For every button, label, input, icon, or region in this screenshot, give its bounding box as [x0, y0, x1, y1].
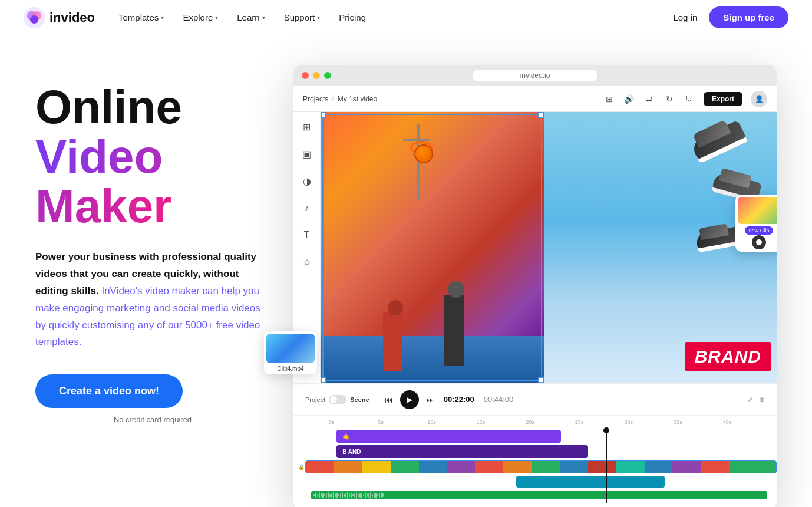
- nav-templates[interactable]: Templates ▾: [118, 12, 164, 22]
- hero-content: Online Video Maker Power your business w…: [35, 71, 270, 424]
- image-icon[interactable]: ▣: [299, 146, 315, 162]
- no-credit-card-text: No credit card required: [35, 415, 270, 424]
- cta-button[interactable]: Create a video now!: [35, 374, 183, 408]
- nav-pricing[interactable]: Pricing: [339, 12, 366, 22]
- track-3-icons: 🔒 👁: [298, 464, 303, 470]
- ruler-0s: 0s: [329, 419, 335, 425]
- audio-icon[interactable]: 🔊: [623, 93, 635, 105]
- player1-head: [448, 281, 464, 298]
- text-icon[interactable]: T: [299, 228, 315, 243]
- track-2-content: B AND: [328, 445, 777, 458]
- music-icon[interactable]: ♪: [299, 200, 315, 216]
- player2-head: [388, 300, 403, 315]
- track-1-bar: 🤙: [336, 430, 561, 443]
- toolbar-actions: ⊞ 🔊 ⇄ ↻ ⛉ Export 👤: [603, 91, 767, 107]
- chevron-down-icon: ▾: [215, 14, 218, 21]
- nav-actions: Log in Sign up free: [673, 6, 788, 28]
- chevron-down-icon: ▾: [317, 14, 320, 21]
- current-time: 00:22:00: [444, 395, 474, 404]
- track-5-content: [311, 490, 777, 501]
- hero-description: Power your business with professional qu…: [35, 249, 270, 351]
- floating-clip4: Clip4.mp4: [264, 331, 317, 374]
- editor-window: invideo.io Projects / My 1st video ⊞ 🔊 ⇄…: [293, 65, 777, 507]
- ruler-25s: 25s: [575, 419, 584, 425]
- new-clip-float: new Clip: [735, 195, 777, 252]
- new-clip-label: new Clip: [745, 226, 774, 235]
- export-button[interactable]: Export: [704, 92, 742, 106]
- window-controls: [302, 72, 331, 79]
- ruler-40s: 40s: [723, 419, 732, 425]
- minimize-dot: [313, 72, 320, 79]
- nav-links: Templates ▾ Explore ▾ Learn ▾ Support ▾ …: [118, 12, 366, 22]
- track-2-bar: B AND: [336, 445, 588, 458]
- play-button[interactable]: ▶: [400, 390, 419, 409]
- breadcrumb-projects[interactable]: Projects: [303, 95, 328, 103]
- chevron-down-icon: ▾: [262, 14, 265, 21]
- logo[interactable]: invideo: [24, 7, 95, 28]
- logo-icon: [24, 7, 45, 28]
- editor-mockup: Clip4.mp4 invideo.io Projects / My 1st v…: [293, 65, 777, 507]
- signup-button[interactable]: Sign up free: [709, 6, 788, 28]
- logo-text: invideo: [49, 10, 95, 25]
- hero-title-gradient: Video Maker: [35, 130, 171, 232]
- timeline-icon[interactable]: ⊞: [603, 93, 615, 105]
- brand-badge: BRAND: [685, 342, 771, 371]
- timeline-ruler: 0s 5s 10s 15s 20s 25s 30s 35s 40s: [293, 419, 777, 429]
- hoop: [403, 139, 430, 141]
- track-5-audio: [311, 491, 767, 499]
- track-3-content: [305, 460, 777, 473]
- track-4-content: [311, 476, 777, 488]
- grid-icon[interactable]: ⊞: [299, 119, 315, 134]
- new-clip-icon: [752, 235, 766, 249]
- breadcrumb-sep: /: [332, 95, 334, 103]
- right-controls: ⤢ ⊕: [747, 396, 765, 404]
- handle-tl: [321, 112, 326, 118]
- nav-learn[interactable]: Learn ▾: [237, 12, 265, 22]
- save-icon[interactable]: ⛉: [684, 93, 695, 105]
- user-avatar[interactable]: 👤: [751, 91, 767, 107]
- new-clip-thumbnail: [738, 197, 777, 224]
- lock-icon: 🔒: [298, 464, 305, 470]
- transport-controls: ⏮ ▶ ⏭: [385, 390, 434, 409]
- login-button[interactable]: Log in: [673, 12, 697, 22]
- maximize-dot: [324, 72, 331, 79]
- color-icon[interactable]: ◑: [299, 173, 315, 189]
- ruler-35s: 35s: [674, 419, 682, 425]
- editor-topbar: invideo.io: [293, 65, 777, 86]
- clip-filename: Clip4.mp4: [266, 366, 315, 372]
- refresh-icon[interactable]: ↻: [664, 93, 675, 105]
- next-button[interactable]: ⏭: [426, 395, 434, 404]
- project-toggle: Project Scene: [305, 395, 369, 404]
- nav-explore[interactable]: Explore ▾: [183, 12, 218, 22]
- track-2: B AND: [298, 445, 777, 458]
- ruler-5s: 5s: [378, 419, 384, 425]
- editor-body: ⊞ ▣ ◑ ♪ T ☆: [293, 112, 777, 383]
- track-3-film: [305, 460, 777, 473]
- chevron-down-icon: ▾: [161, 14, 164, 21]
- ruler-10s: 10s: [427, 419, 436, 425]
- player1-body: [444, 295, 464, 366]
- expand-icon[interactable]: ⤢: [747, 396, 753, 404]
- timeline: 0s 5s 10s 15s 20s 25s 30s 35s 40s: [293, 415, 777, 507]
- nav-support[interactable]: Support ▾: [284, 12, 321, 22]
- address-bar[interactable]: invideo.io: [473, 70, 598, 81]
- track-1: 🤙: [298, 430, 777, 443]
- share-icon[interactable]: ⇄: [643, 93, 655, 105]
- ruler-marks-container: 0s 5s 10s 15s 20s 25s 30s 35s 40s: [329, 419, 777, 427]
- prev-button[interactable]: ⏮: [385, 395, 393, 404]
- player2-body: [383, 312, 402, 371]
- editor-canvas: BRAND new Clip: [321, 112, 777, 383]
- track-4: [298, 476, 777, 488]
- project-scene-toggle[interactable]: [329, 395, 346, 404]
- navbar: invideo Templates ▾ Explore ▾ Learn ▾ Su…: [0, 0, 812, 35]
- shoe1: [690, 120, 752, 172]
- total-time: 00:44:00: [484, 395, 514, 404]
- editor-toolbar: Projects / My 1st video ⊞ 🔊 ⇄ ↻ ⛉ Export…: [293, 86, 777, 112]
- star-icon[interactable]: ☆: [299, 255, 315, 270]
- close-dot: [302, 72, 309, 79]
- breadcrumb: Projects / My 1st video: [303, 95, 377, 103]
- ruler-30s: 30s: [625, 419, 633, 425]
- zoom-icon[interactable]: ⊕: [759, 396, 765, 404]
- breadcrumb-current: My 1st video: [338, 95, 377, 103]
- hero-title: Online Video Maker: [35, 83, 270, 231]
